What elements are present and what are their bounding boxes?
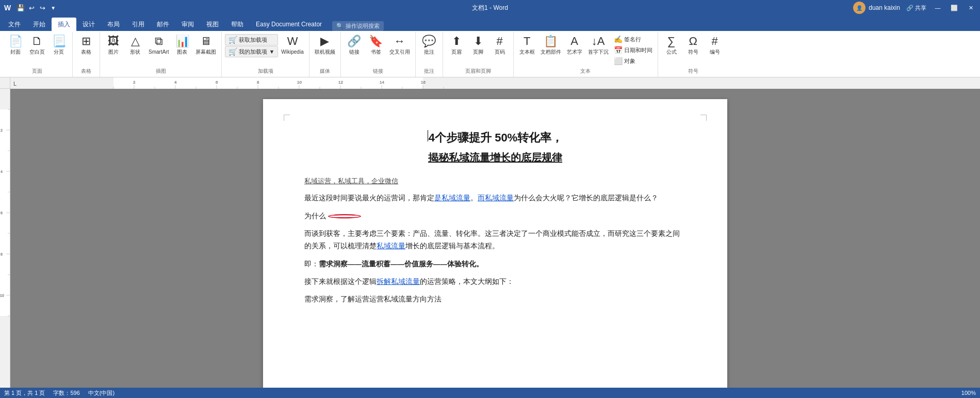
doc-tags: 私域运营，私域工具，企业微信 bbox=[304, 175, 686, 187]
link-siprivate2[interactable]: 而私域流量 bbox=[478, 194, 514, 202]
tab-view[interactable]: 视图 bbox=[200, 18, 225, 31]
ruler-corner bbox=[0, 77, 10, 89]
link-siprivate1[interactable]: 是私域流量 bbox=[434, 194, 470, 202]
ruler-area: 2 4 6 8 10 12 14 16 L bbox=[0, 77, 980, 89]
tab-file[interactable]: 文件 bbox=[2, 18, 27, 31]
status-bar: 第 1 页，共 1 页 字数：596 中文(中国) 100% bbox=[0, 388, 980, 398]
svg-text:16: 16 bbox=[421, 80, 426, 85]
docparts-button[interactable]: 📋 文档部件 bbox=[538, 33, 563, 66]
page-break-button[interactable]: 📃 分页 bbox=[48, 33, 69, 66]
undo-qat-button[interactable]: ↩ bbox=[27, 3, 36, 12]
smartart-button[interactable]: ⧉ SmartArt bbox=[146, 33, 171, 66]
doc-subtitle: 揭秘私域流量增长的底层规律 bbox=[304, 151, 686, 165]
screenshot-button[interactable]: 🖥 屏幕截图 bbox=[193, 33, 218, 66]
doc-body[interactable]: 私域运营，私域工具，企业微信 最近这段时间要说最火的运营词，那肯定是私域流量。而… bbox=[304, 175, 686, 306]
comments-label: 批注 bbox=[424, 68, 434, 76]
bold-text-4: 需求洞察——流量积蓄——价值服务——体验转化。 bbox=[319, 260, 483, 268]
minimize-button[interactable]: — bbox=[933, 3, 943, 13]
page-number-button[interactable]: # 页码 bbox=[489, 33, 510, 66]
wikipedia-button[interactable]: W Wikipedia bbox=[279, 33, 305, 66]
zoom-level[interactable]: 100% bbox=[961, 390, 976, 396]
tab-references[interactable]: 引用 bbox=[126, 18, 151, 31]
ribbon-group-tables: ⊞ 表格 表格 bbox=[73, 32, 100, 77]
ribbon-group-addons: 🛒 获取加载项 🛒 我的加载项 ▼ W Wikipedia 加载项 bbox=[222, 32, 309, 77]
datetime-button[interactable]: 📅 日期和时间 bbox=[612, 45, 655, 55]
svg-text:2: 2 bbox=[133, 80, 136, 85]
restore-button[interactable]: ⬜ bbox=[949, 3, 959, 13]
illustrations-label: 插图 bbox=[156, 68, 166, 76]
save-qat-button[interactable]: 💾 bbox=[16, 3, 25, 12]
doc-para-2: 为什么 bbox=[304, 210, 686, 222]
doc-para-4: 即：需求洞察——流量积蓄——价值服务——体验转化。 bbox=[304, 258, 686, 270]
link-private3[interactable]: 私域流量 bbox=[377, 242, 405, 250]
language: 中文(中国) bbox=[88, 389, 115, 397]
link-button[interactable]: 🔗 链接 bbox=[344, 33, 365, 66]
wordart-button[interactable]: A 艺术字 bbox=[564, 33, 585, 66]
doc-para-1: 最近这段时间要说最火的运营词，那肯定是私域流量。而私域流量为什么会大火呢？它增长… bbox=[304, 192, 686, 204]
svg-text:4: 4 bbox=[174, 80, 177, 85]
my-addons-button[interactable]: 🛒 我的加载项 ▼ bbox=[225, 46, 278, 57]
tab-mailings[interactable]: 邮件 bbox=[151, 18, 175, 31]
online-video-button[interactable]: ▶ 联机视频 bbox=[313, 33, 337, 66]
customize-qat-button[interactable]: ▼ bbox=[48, 3, 58, 12]
header-button[interactable]: ⬆ 页眉 bbox=[446, 33, 467, 66]
dropcap-button[interactable]: ↓A 首字下沉 bbox=[586, 33, 611, 66]
search-bar[interactable]: 🔍 操作说明搜索 bbox=[332, 21, 384, 31]
crossref-button[interactable]: ↔ 交叉引用 bbox=[387, 33, 412, 66]
bookmark-icon: 🔖 bbox=[369, 35, 383, 48]
tab-easydoc[interactable]: Easy Document Creator bbox=[250, 18, 328, 31]
get-addons-button[interactable]: 🛒 获取加载项 bbox=[225, 34, 278, 45]
document-area[interactable]: 4个步骤提升 50%转化率， 揭秘私域流量增长的底层规律 私域运营，私域工具，企… bbox=[10, 89, 980, 388]
svg-text:6: 6 bbox=[216, 80, 218, 85]
signature-button[interactable]: ✍ 签名行 bbox=[612, 34, 655, 44]
cover-page-icon: 📄 bbox=[9, 35, 23, 48]
object-button[interactable]: ⬜ 对象 bbox=[612, 56, 655, 66]
text-label: 文本 bbox=[580, 68, 591, 76]
page-info: 第 1 页，共 1 页 bbox=[4, 389, 45, 397]
bookmark-button[interactable]: 🔖 书签 bbox=[366, 33, 386, 66]
numbering-icon: # bbox=[712, 35, 718, 48]
svg-text:12: 12 bbox=[338, 80, 343, 85]
footer-button[interactable]: ⬇ 页脚 bbox=[468, 33, 488, 66]
svg-text:L: L bbox=[13, 81, 17, 87]
comment-button[interactable]: 💬 批注 bbox=[419, 33, 439, 66]
ribbon-group-header-footer: ⬆ 页眉 ⬇ 页脚 # 页码 页眉和页脚 bbox=[443, 32, 514, 77]
symbol-button[interactable]: Ω 符号 bbox=[683, 33, 704, 66]
header-icon: ⬆ bbox=[452, 35, 461, 48]
picture-button[interactable]: 🖼 图片 bbox=[103, 33, 124, 66]
tab-help[interactable]: 帮助 bbox=[225, 18, 250, 31]
cover-page-button[interactable]: 📄 封面 bbox=[5, 33, 26, 66]
numbering-button[interactable]: # 编号 bbox=[705, 33, 725, 66]
blank-page-icon: 🗋 bbox=[31, 35, 43, 48]
signature-icon: ✍ bbox=[614, 35, 623, 43]
tab-home[interactable]: 开始 bbox=[27, 18, 52, 31]
tab-layout[interactable]: 布局 bbox=[101, 18, 126, 31]
horizontal-ruler: 2 4 6 8 10 12 14 16 L bbox=[10, 77, 980, 89]
blank-page-button[interactable]: 🗋 空白页 bbox=[27, 33, 47, 66]
svg-text:10: 10 bbox=[297, 80, 302, 85]
textbox-button[interactable]: T 文本框 bbox=[517, 33, 537, 66]
oval-annotation bbox=[328, 214, 361, 218]
wordart-icon: A bbox=[570, 35, 578, 48]
datetime-icon: 📅 bbox=[614, 46, 623, 54]
tab-review[interactable]: 审阅 bbox=[175, 18, 200, 31]
equation-icon: ∑ bbox=[667, 35, 676, 48]
redo-qat-button[interactable]: ↪ bbox=[38, 3, 47, 12]
close-button[interactable]: ✕ bbox=[966, 3, 976, 13]
corner-mark-tr bbox=[700, 115, 707, 121]
comment-icon: 💬 bbox=[422, 35, 436, 48]
tab-insert[interactable]: 插入 bbox=[52, 18, 76, 31]
table-button[interactable]: ⊞ 表格 bbox=[76, 33, 96, 66]
media-label: 媒体 bbox=[320, 68, 330, 76]
tab-design[interactable]: 设计 bbox=[76, 18, 101, 31]
link-private4[interactable]: 拆解私域流量 bbox=[377, 278, 420, 285]
share-button[interactable]: 🔗 共享 bbox=[906, 4, 926, 12]
equation-button[interactable]: ∑ 公式 bbox=[661, 33, 682, 66]
addons-dropdown-icon: ▼ bbox=[269, 49, 274, 55]
chart-button[interactable]: 📊 图表 bbox=[172, 33, 192, 66]
corner-mark-tl bbox=[284, 115, 290, 121]
shapes-button[interactable]: △ 形状 bbox=[125, 33, 145, 66]
word-app-icon: W bbox=[4, 4, 11, 12]
avatar[interactable]: 👤 bbox=[853, 2, 865, 14]
online-video-icon: ▶ bbox=[320, 35, 329, 48]
